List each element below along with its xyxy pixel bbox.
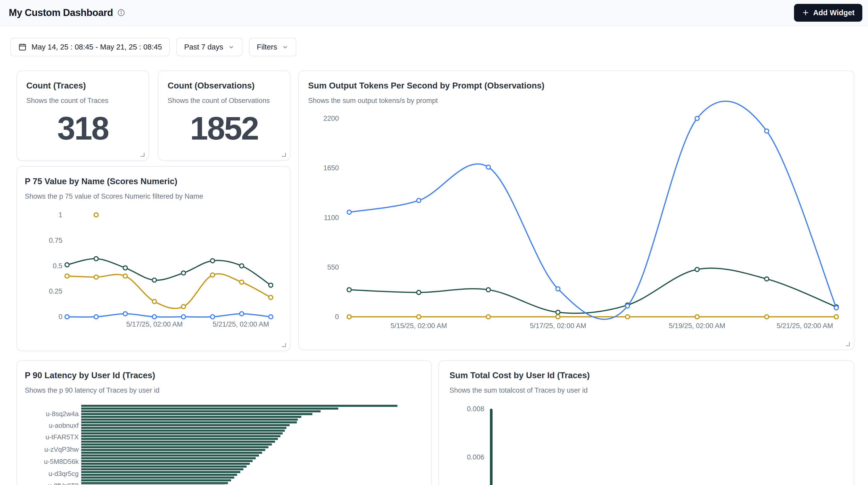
- calendar-icon: [18, 42, 27, 51]
- svg-text:0: 0: [59, 313, 62, 321]
- svg-text:0.25: 0.25: [49, 287, 62, 295]
- svg-text:550: 550: [327, 263, 339, 271]
- count-value: 318: [17, 112, 149, 145]
- filter-bar: May 14, 25 : 08:45 - May 21, 25 : 08:45 …: [10, 38, 296, 56]
- widget-title: P 75 Value by Name (Scores Numeric): [17, 166, 290, 186]
- resize-handle-icon[interactable]: [843, 340, 850, 346]
- widget-title: Count (Traces): [17, 71, 149, 91]
- svg-text:5/17/25, 02:00 AM: 5/17/25, 02:00 AM: [126, 321, 183, 328]
- widget-title: Sum Output Tokens Per Second by Prompt (…: [299, 71, 854, 91]
- resize-handle-icon[interactable]: [138, 150, 145, 157]
- svg-text:u-zVqP3hw: u-zVqP3hw: [44, 446, 79, 453]
- top-bar: My Custom Dashboard Add Widget: [0, 0, 868, 26]
- svg-text:5/21/25, 02:00 AM: 5/21/25, 02:00 AM: [213, 321, 269, 328]
- widget-sum-total-cost: 0.0080.006 Sum Total Cost by User Id (Tr…: [438, 360, 854, 485]
- widget-subtitle: Shows the sum totalcost of Traces by use…: [439, 387, 854, 394]
- add-widget-label: Add Widget: [813, 8, 855, 17]
- svg-text:u-tFAR5TX: u-tFAR5TX: [45, 433, 79, 441]
- info-icon[interactable]: [117, 8, 125, 17]
- svg-text:0: 0: [335, 313, 339, 321]
- svg-text:1100: 1100: [324, 214, 339, 222]
- svg-text:5/17/25, 02:00 AM: 5/17/25, 02:00 AM: [530, 322, 586, 330]
- count-value: 1852: [158, 112, 290, 145]
- svg-text:0.008: 0.008: [467, 405, 484, 413]
- svg-text:u-d3qr5cg: u-d3qr5cg: [49, 470, 79, 478]
- svg-text:5/15/25, 02:00 AM: 5/15/25, 02:00 AM: [391, 322, 447, 330]
- svg-text:1: 1: [59, 211, 62, 219]
- widget-title: P 90 Latency by User Id (Traces): [17, 361, 431, 380]
- add-widget-button[interactable]: Add Widget: [794, 4, 862, 22]
- plus-icon: [802, 9, 809, 17]
- svg-text:1650: 1650: [323, 164, 339, 172]
- page-title: My Custom Dashboard: [9, 7, 113, 18]
- svg-text:5/19/25, 02:00 AM: 5/19/25, 02:00 AM: [669, 322, 725, 330]
- date-range-value: May 14, 25 : 08:45 - May 21, 25 : 08:45: [31, 43, 162, 51]
- widget-count-traces: Count (Traces) Shows the count of Traces…: [17, 70, 149, 161]
- svg-text:u-8sq2w4a: u-8sq2w4a: [46, 410, 79, 418]
- svg-text:2200: 2200: [323, 115, 339, 122]
- widget-subtitle: Shows the sum output tokens/s by prompt: [299, 97, 854, 105]
- widget-subtitle: Shows the count of Observations: [158, 97, 290, 105]
- resize-handle-icon[interactable]: [280, 150, 286, 157]
- date-range-picker[interactable]: May 14, 25 : 08:45 - May 21, 25 : 08:45: [10, 38, 170, 56]
- tokens-per-second-chart[interactable]: 05501100165022005/15/25, 02:00 AM5/17/25…: [299, 71, 855, 351]
- svg-text:0.75: 0.75: [49, 237, 62, 244]
- widget-subtitle: Shows the count of Traces: [17, 97, 149, 105]
- widget-count-observations: Count (Observations) Shows the count of …: [158, 70, 290, 161]
- chevron-down-icon: [228, 43, 235, 50]
- svg-text:u-aobnuxf: u-aobnuxf: [49, 422, 79, 429]
- widget-title: Count (Observations): [158, 71, 290, 91]
- widget-title: Sum Total Cost by User Id (Traces): [439, 361, 854, 380]
- widget-tokens-per-second: 05501100165022005/15/25, 02:00 AM5/17/25…: [298, 70, 854, 350]
- svg-text:5/21/25, 02:00 AM: 5/21/25, 02:00 AM: [776, 322, 833, 330]
- svg-text:0.006: 0.006: [467, 453, 484, 461]
- widget-subtitle: Shows the p 90 latency of Traces by user…: [17, 387, 431, 394]
- widget-p75-scores: 00.250.50.7515/17/25, 02:00 AM5/21/25, 0…: [17, 166, 290, 351]
- svg-text:u-5M8D56k: u-5M8D56k: [44, 458, 79, 465]
- widget-subtitle: Shows the p 75 value of Scores Numeric f…: [17, 192, 290, 201]
- widget-p90-latency: u-8sq2w4au-aobnuxfu-tFAR5TXu-zVqP3hwu-5M…: [17, 360, 432, 485]
- date-preset-dropdown[interactable]: Past 7 days: [176, 38, 242, 56]
- chevron-down-icon: [282, 43, 288, 50]
- svg-text:u-8fVa9T3: u-8fVa9T3: [48, 482, 79, 485]
- svg-text:0.5: 0.5: [53, 262, 62, 270]
- date-preset-value: Past 7 days: [184, 43, 223, 51]
- resize-handle-icon[interactable]: [280, 341, 286, 347]
- filters-dropdown[interactable]: Filters: [249, 38, 296, 56]
- filters-label: Filters: [257, 43, 277, 51]
